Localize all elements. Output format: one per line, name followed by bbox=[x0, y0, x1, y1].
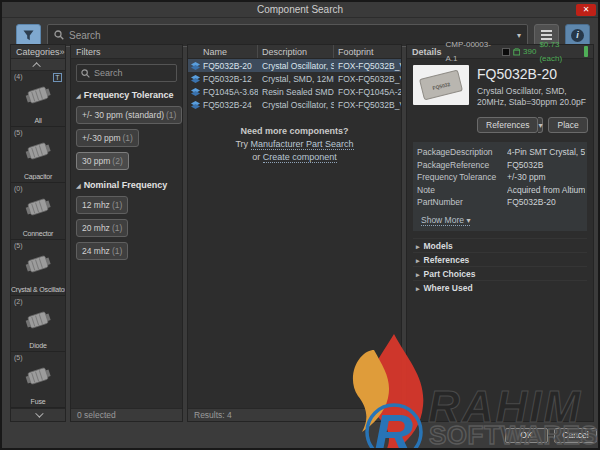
table-row[interactable]: FQ5032B-24 Crystal Oscillator, S... FOX-… bbox=[188, 98, 401, 111]
stock-box-icon bbox=[513, 48, 520, 56]
component-package-icon bbox=[11, 140, 65, 162]
table-row[interactable]: FQ1045A-3.6864 Resin Sealed SMD C... FOX… bbox=[188, 85, 401, 98]
references-button[interactable]: References bbox=[477, 117, 538, 133]
stock-count: 390 bbox=[523, 45, 536, 59]
part-thumbnail: FQ5032 bbox=[413, 65, 469, 105]
filter-group-nominal-frequency[interactable]: ◢Nominal Frequency bbox=[76, 180, 177, 190]
cell-footprint: FOX-FQ5032B_V bbox=[334, 100, 401, 110]
part-info: FQ5032B-20 Crystal Oscillator, SMD, 20MH… bbox=[477, 65, 587, 108]
collapse-panel-icon[interactable]: » bbox=[60, 45, 65, 59]
chevron-right-icon: ▸ bbox=[416, 285, 420, 292]
column-header-footprint[interactable]: Footprint bbox=[334, 45, 401, 58]
prompt-heading: Need more components? bbox=[188, 125, 401, 138]
component-package-icon bbox=[11, 365, 65, 387]
place-button[interactable]: Place bbox=[548, 117, 587, 133]
cancel-button[interactable]: Cancel bbox=[554, 428, 597, 443]
chip-label: 30 ppm bbox=[82, 156, 110, 166]
prompt-text: Try bbox=[235, 139, 250, 149]
chevron-up-icon bbox=[32, 62, 40, 70]
component-package-icon bbox=[11, 196, 65, 218]
filters-search-field[interactable] bbox=[76, 64, 177, 82]
show-more-link[interactable]: Show More ▾ bbox=[421, 215, 470, 226]
manufacturer-part-search-link[interactable]: Manufacturer Part Search bbox=[251, 139, 354, 150]
filter-chip[interactable]: +/- 30 ppm (standard)(1) bbox=[76, 106, 182, 124]
template-badge: T bbox=[53, 73, 62, 82]
filter-chip[interactable]: 20 mhz(1) bbox=[76, 219, 128, 237]
title-bar: Component Search ✕ bbox=[2, 2, 598, 18]
filter-chip[interactable]: 12 mhz(1) bbox=[76, 196, 128, 214]
property-key: PackageDescription bbox=[417, 147, 507, 157]
category-tile-capacitor[interactable]: (5) Capacitor bbox=[11, 127, 65, 183]
category-count: (2) bbox=[14, 298, 23, 305]
place-button-label: Place bbox=[557, 120, 578, 130]
chip-label: 20 mhz bbox=[82, 223, 110, 233]
chip-label: +/-30 ppm bbox=[82, 133, 121, 143]
create-component-link[interactable]: Create component bbox=[263, 152, 337, 163]
results-panel: Name Description Footprint FQ5032B-20 Cr… bbox=[187, 44, 402, 422]
section-models[interactable]: ▸Models bbox=[413, 238, 587, 252]
category-tile-connector[interactable]: (0) Connector bbox=[11, 183, 65, 239]
chip-count: (1) bbox=[166, 110, 176, 120]
category-tile-all[interactable]: (4) T All bbox=[11, 71, 65, 127]
property-row: PackageReference FQ5032B bbox=[417, 159, 585, 172]
section-label: References bbox=[424, 255, 470, 265]
filter-chip[interactable]: 30 ppm(2) bbox=[76, 152, 129, 170]
categories-header-label: Categories bbox=[16, 45, 60, 59]
collapse-triangle-icon: ◢ bbox=[76, 183, 81, 189]
chip-label: 24 mhz bbox=[82, 246, 110, 256]
property-value: FQ5032B bbox=[507, 160, 585, 170]
filter-group-title: Frequency Tolerance bbox=[84, 90, 174, 100]
prompt-text: or bbox=[252, 152, 263, 162]
cell-name: FQ1045A-3.6864 bbox=[203, 87, 258, 97]
category-label: Connector bbox=[11, 230, 65, 237]
close-icon[interactable]: ✕ bbox=[576, 4, 596, 16]
column-header-name[interactable]: Name bbox=[188, 45, 258, 58]
component-icon bbox=[188, 101, 203, 109]
details-panel: Details CMP-00003-A.1 390 $0.73 (each) F… bbox=[406, 44, 594, 422]
cell-name: FQ5032B-24 bbox=[203, 100, 258, 110]
results-table-header: Name Description Footprint bbox=[188, 45, 401, 59]
chip-count: (2) bbox=[112, 156, 122, 166]
table-row[interactable]: FQ5032B-12 Crystal, SMD, 12MH... FOX-FQ5… bbox=[188, 72, 401, 85]
component-icon bbox=[188, 62, 203, 70]
category-count: (5) bbox=[14, 129, 23, 136]
need-more-components-prompt: Need more components? Try Manufacturer P… bbox=[188, 125, 401, 164]
property-value: 4-Pin SMT Crystal, 5.2 x... bbox=[507, 147, 585, 157]
category-tile-fuse[interactable]: (5) Fuse bbox=[11, 352, 65, 408]
property-value: +/-30 ppm bbox=[507, 172, 585, 182]
filter-group-title: Nominal Frequency bbox=[84, 180, 168, 190]
nominal-frequency-chips: 12 mhz(1) 20 mhz(1) 24 mhz(1) bbox=[76, 196, 177, 260]
filter-group-frequency-tolerance[interactable]: ◢Frequency Tolerance bbox=[76, 90, 177, 100]
section-references[interactable]: ▸References bbox=[413, 252, 587, 266]
cell-footprint: FOX-FQ5032B_V bbox=[334, 74, 401, 84]
details-header-label: Details bbox=[412, 45, 442, 59]
table-row[interactable]: FQ5032B-20 Crystal Oscillator, S... FOX-… bbox=[188, 59, 401, 72]
filters-search-input[interactable] bbox=[94, 68, 172, 78]
section-where-used[interactable]: ▸Where Used bbox=[413, 280, 587, 294]
property-key: PartNumber bbox=[417, 197, 507, 207]
category-tile-crystal-oscillator[interactable]: (5) Crystal & Oscillator bbox=[11, 240, 65, 296]
dialog-footer: OK Cancel bbox=[2, 420, 598, 448]
properties-table: PackageDescription 4-Pin SMT Crystal, 5.… bbox=[413, 142, 587, 231]
category-label: Capacitor bbox=[11, 173, 65, 180]
categories-scroll-up[interactable] bbox=[11, 59, 65, 71]
results-table-body: FQ5032B-20 Crystal Oscillator, S... FOX-… bbox=[188, 59, 401, 408]
property-key: Note bbox=[417, 185, 507, 195]
filter-chip[interactable]: 24 mhz(1) bbox=[76, 242, 128, 260]
references-dropdown-icon[interactable]: ▾ bbox=[538, 117, 543, 133]
filter-chip[interactable]: +/-30 ppm(1) bbox=[76, 129, 139, 147]
section-label: Where Used bbox=[424, 283, 473, 293]
category-tile-diode[interactable]: (2) Diode bbox=[11, 296, 65, 352]
section-part-choices[interactable]: ▸Part Choices bbox=[413, 266, 587, 280]
property-row: PackageDescription 4-Pin SMT Crystal, 5.… bbox=[417, 146, 585, 159]
cell-footprint: FOX-FQ5032B_V bbox=[334, 61, 401, 71]
ok-button[interactable]: OK bbox=[505, 428, 548, 443]
category-count: (0) bbox=[14, 185, 23, 192]
section-label: Part Choices bbox=[424, 269, 476, 279]
caret-down-icon: ▾ bbox=[466, 216, 470, 225]
column-header-description[interactable]: Description bbox=[258, 45, 334, 58]
cell-name: FQ5032B-20 bbox=[203, 61, 258, 71]
property-row: PartNumber FQ5032B-20 bbox=[417, 196, 585, 209]
filters-panel: Filters ◢Frequency Tolerance +/- 30 ppm … bbox=[70, 44, 183, 422]
cell-description: Crystal, SMD, 12MH... bbox=[258, 74, 334, 84]
